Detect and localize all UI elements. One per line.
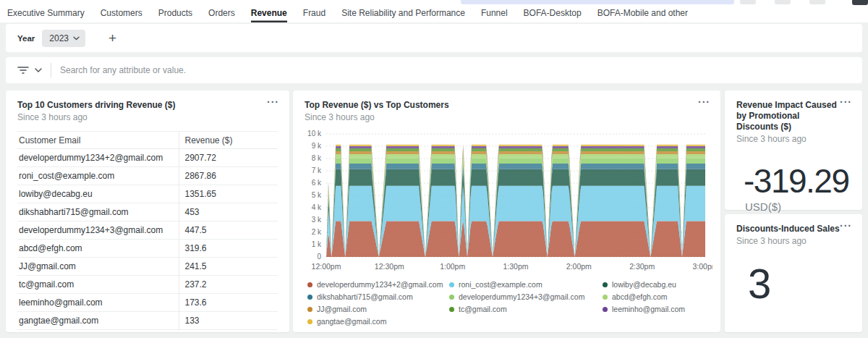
svg-text:2:30pm: 2:30pm — [629, 262, 655, 271]
top-customers-panel: Top 10 Customers driving Revenue ($) Sin… — [6, 90, 289, 332]
table-row: dikshabharti715@gmail.com453 — [17, 203, 278, 221]
tab-funnel[interactable]: Funnel — [481, 5, 508, 22]
dashboard-tabs: Executive SummaryCustomersProductsOrders… — [7, 5, 688, 22]
customer-email-cell: gangtae@gmail.com — [17, 312, 179, 330]
panel-title: Revenue Impact Caused by Promotional Dis… — [736, 100, 841, 132]
customer-email-cell: JJ@gmail.com — [17, 258, 179, 276]
table-row: developerdummy1234+2@gmail.com2907.72 — [17, 149, 278, 167]
legend-label: leeminho@gmail.com — [612, 305, 685, 313]
legend-dot — [307, 295, 312, 300]
chevron-down-icon[interactable] — [35, 68, 42, 72]
panel-subtitle: Since 3 hours ago — [305, 112, 709, 122]
discount-sales-value: 3 — [748, 262, 862, 305]
divider — [51, 63, 51, 77]
legend-item[interactable]: lowiby@decabg.eu — [603, 280, 720, 289]
column-header-revenue: Revenue ($) — [179, 132, 278, 149]
tab-bofa-mobile-and-other[interactable]: BOFA-Mobile and other — [597, 5, 688, 22]
legend-dot — [449, 282, 454, 287]
panel-title: Top Revenue ($) vs Top Customers — [305, 100, 709, 111]
legend-item[interactable]: developerdummy1234+2@gmail.com — [307, 280, 449, 289]
svg-text:1:30pm: 1:30pm — [503, 262, 528, 271]
svg-text:6 k: 6 k — [312, 179, 322, 187]
revenue-cell: 453 — [179, 203, 278, 221]
revenue-chart-svg: 10 k9 k8 k7 k6 k5 k4 k3 k2 k1 k012:00pm1… — [302, 130, 712, 271]
chart-legend: developerdummy1234+2@gmail.comroni_cost@… — [307, 280, 720, 326]
year-filter-select[interactable]: 2023 — [42, 30, 85, 47]
table-row: roni_cost@example.com2867.86 — [17, 167, 278, 185]
legend-label: JJ@gmail.com — [317, 305, 367, 313]
panel-menu-ellipsis-icon[interactable]: ··· — [267, 96, 279, 108]
tab-site-reliability-and-performance[interactable]: Site Reliability and Performance — [341, 5, 465, 22]
legend-dot — [603, 307, 608, 312]
year-filter-value: 2023 — [49, 33, 69, 43]
tab-fraud[interactable]: Fraud — [303, 5, 326, 22]
legend-label: tc@gmail.com — [459, 305, 507, 313]
clipped-toolbar-primary-button[interactable] — [852, 0, 868, 5]
svg-text:2 k: 2 k — [312, 228, 322, 236]
tab-orders[interactable]: Orders — [208, 5, 235, 22]
legend-label: roni_cost@example.com — [459, 280, 542, 289]
search-bar — [6, 57, 862, 83]
legend-dot — [307, 307, 312, 312]
revenue-cell: 241.5 — [179, 258, 278, 276]
legend-dot — [449, 295, 454, 300]
legend-label: developerdummy1234+2@gmail.com — [317, 280, 443, 289]
top-customers-table: Customer Email Revenue ($) developerdumm… — [17, 131, 278, 330]
svg-text:2:00pm: 2:00pm — [566, 262, 592, 271]
svg-text:7 k: 7 k — [312, 166, 322, 174]
tab-customers[interactable]: Customers — [101, 5, 142, 22]
legend-item[interactable]: gangtae@gmail.com — [307, 317, 449, 326]
legend-dot — [603, 282, 608, 287]
svg-text:9 k: 9 k — [312, 142, 322, 150]
clipped-toolbar-button-3[interactable] — [809, 0, 825, 4]
legend-item[interactable]: roni_cost@example.com — [449, 280, 603, 289]
legend-dot — [307, 319, 312, 324]
tab-executive-summary[interactable]: Executive Summary — [7, 5, 85, 22]
tab-revenue[interactable]: Revenue — [251, 5, 287, 22]
legend-item[interactable]: developerdummy1234+3@gmail.com — [449, 292, 603, 301]
revenue-cell: 447.5 — [179, 221, 278, 240]
legend-item[interactable]: JJ@gmail.com — [307, 305, 449, 313]
filter-lines-icon[interactable] — [17, 66, 29, 75]
revenue-impact-unit: USD($) — [745, 200, 862, 213]
legend-label: gangtae@gmail.com — [317, 317, 386, 326]
revenue-cell: 2867.86 — [179, 167, 278, 185]
panel-menu-ellipsis-icon[interactable]: ··· — [840, 220, 852, 232]
legend-dot — [449, 307, 454, 312]
svg-text:10 k: 10 k — [307, 130, 322, 138]
svg-text:5 k: 5 k — [312, 191, 322, 199]
clipped-toolbar-button-1[interactable] — [740, 0, 756, 4]
customer-email-cell: tc@gmail.com — [17, 276, 179, 294]
legend-item[interactable]: leeminho@gmail.com — [603, 305, 720, 313]
table-row: abcd@efgh.com319.6 — [17, 240, 278, 258]
column-header-email: Customer Email — [17, 132, 179, 149]
filter-bar: Year 2023 + — [6, 24, 862, 52]
clipped-toolbar-button-2[interactable] — [775, 0, 791, 4]
legend-item[interactable]: tc@gmail.com — [449, 305, 603, 313]
search-input[interactable] — [60, 57, 862, 83]
svg-text:3 k: 3 k — [312, 216, 322, 224]
panel-menu-ellipsis-icon[interactable]: ··· — [698, 96, 710, 108]
table-row: developerdummy1234+3@gmail.com447.5 — [17, 221, 278, 240]
clipped-toolbar-search[interactable] — [461, 0, 734, 4]
revenue-cell: 319.6 — [179, 240, 278, 258]
revenue-vs-customers-panel: Top Revenue ($) vs Top Customers Since 3… — [293, 90, 720, 332]
add-filter-button[interactable]: + — [109, 31, 116, 45]
legend-dot — [307, 282, 312, 287]
top-nav-bar: Executive SummaryCustomersProductsOrders… — [0, 0, 868, 22]
table-row: tc@gmail.com237.2 — [17, 276, 278, 294]
legend-dot — [603, 295, 608, 300]
svg-text:4 k: 4 k — [312, 203, 322, 211]
legend-item[interactable]: abcd@efgh.com — [603, 292, 720, 301]
customer-email-cell: roni_cost@example.com — [17, 167, 179, 185]
chevron-down-icon — [73, 36, 80, 41]
revenue-cell: 1351.65 — [179, 185, 278, 203]
revenue-cell: 2907.72 — [179, 149, 278, 167]
legend-item[interactable]: dikshabharti715@gmail.com — [307, 292, 449, 301]
svg-text:1 k: 1 k — [312, 240, 322, 248]
tab-bofa-desktop[interactable]: BOFA-Desktop — [524, 5, 582, 22]
tab-products[interactable]: Products — [158, 5, 192, 22]
panel-menu-ellipsis-icon[interactable]: ··· — [840, 96, 852, 108]
discount-sales-panel: Discounts-Induced Sales Since 3 hours ag… — [725, 214, 862, 332]
customer-email-cell: developerdummy1234+3@gmail.com — [17, 221, 179, 240]
